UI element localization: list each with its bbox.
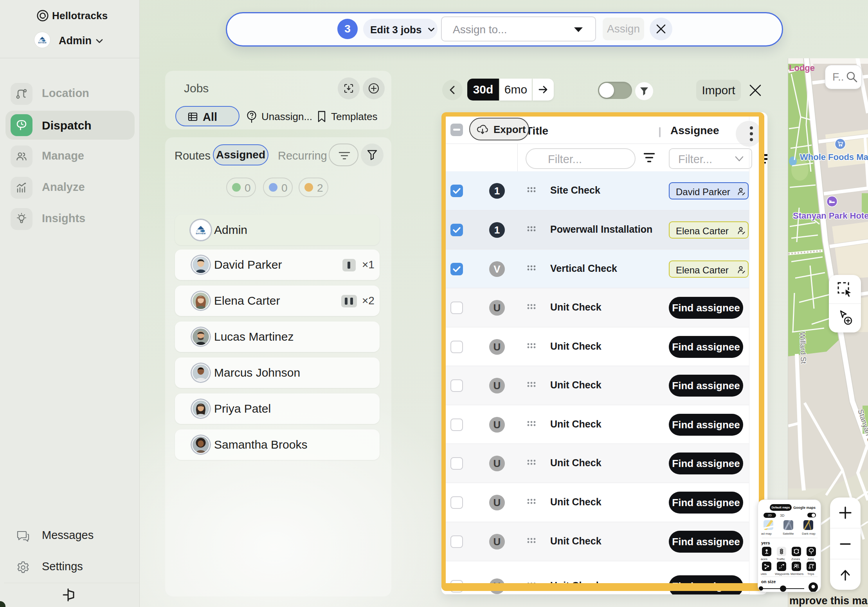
svg-text:Whole Foods Mar: Whole Foods Mar (800, 152, 868, 162)
svg-text:Stanyan Park Hote: Stanyan Park Hote (793, 211, 868, 221)
svg-text:BAYVIEW: BAYVIEW (38, 42, 47, 44)
svg-text:BAYVIEW: BAYVIEW (196, 232, 206, 235)
svg-text:Lodge: Lodge (789, 63, 815, 73)
svg-text:Willard St: Willard St (798, 332, 808, 364)
